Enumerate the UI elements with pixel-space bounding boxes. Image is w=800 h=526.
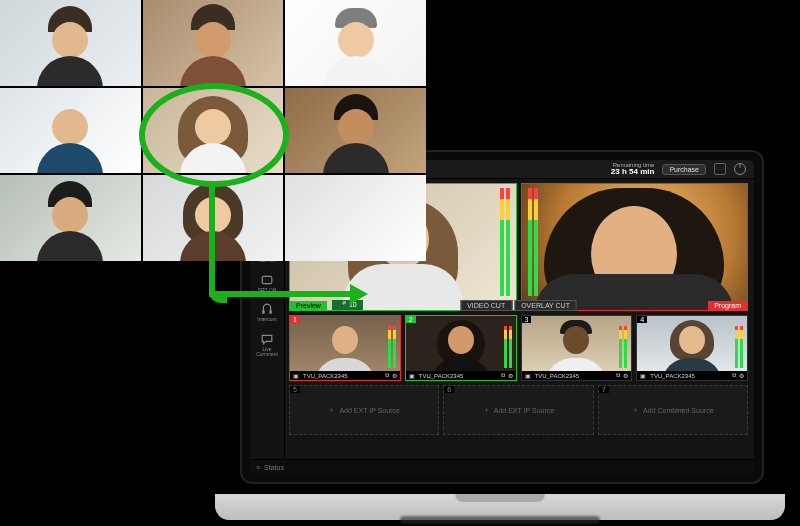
- preview-label: Preview: [290, 301, 327, 310]
- purchase-button[interactable]: Purchase: [662, 164, 706, 175]
- source-thumb[interactable]: 3▣TVU_PACK2345⧉⚙: [521, 315, 633, 381]
- callout-arrow: [209, 187, 215, 297]
- status-bar: ≡Status: [250, 459, 754, 474]
- add-combined-source-button[interactable]: 7＋Add Combined Source: [598, 385, 748, 435]
- add-ext-ip-source-button[interactable]: 6＋Add EXT IP Source: [443, 385, 593, 435]
- plus-icon: ＋: [328, 405, 335, 415]
- participant-tile-empty: [285, 175, 426, 261]
- plus-icon: ＋: [632, 405, 639, 415]
- overlay-cut-button[interactable]: OVERLAY CUT: [514, 300, 577, 311]
- source-thumb[interactable]: 1▣TVU_PACK2345⧉⚙: [289, 315, 401, 381]
- participant-tile[interactable]: [285, 88, 426, 174]
- program-label: Program: [708, 301, 747, 310]
- add-ext-ip-source-button[interactable]: 5＋Add EXT IP Source: [289, 385, 439, 435]
- power-icon[interactable]: [734, 163, 746, 175]
- vu-meter: [500, 188, 504, 296]
- vu-meter: [506, 188, 510, 296]
- remaining-time: Remaining time 23 h 54 min: [611, 162, 655, 176]
- svg-rect-3: [262, 310, 264, 314]
- pack-icon: ▣: [525, 372, 532, 379]
- pack-icon: ▣: [409, 372, 416, 379]
- participant-tile[interactable]: [0, 0, 141, 86]
- svg-rect-2: [262, 276, 272, 283]
- participant-tile-selected[interactable]: [143, 88, 284, 174]
- status-icon: ≡: [256, 464, 260, 471]
- sidebar-item-live-comment[interactable]: Live Comment: [255, 333, 279, 358]
- program-monitor[interactable]: Program: [521, 183, 749, 311]
- participant-tile[interactable]: [143, 0, 284, 86]
- popout-icon[interactable]: ⧉: [501, 372, 505, 379]
- vu-meter: [528, 188, 532, 296]
- settings-icon[interactable]: [714, 163, 726, 175]
- popout-icon[interactable]: ⧉: [616, 372, 620, 379]
- gear-icon[interactable]: ⚙: [508, 372, 513, 379]
- pack-icon: ▣: [640, 372, 647, 379]
- popout-icon[interactable]: ⧉: [732, 372, 736, 379]
- sidebar-item-intercom[interactable]: Intercom: [255, 303, 279, 323]
- gear-icon[interactable]: ⚙: [739, 372, 744, 379]
- vu-meter: [534, 188, 538, 296]
- popout-icon[interactable]: ⧉: [385, 372, 389, 379]
- gear-icon[interactable]: ⚙: [623, 372, 628, 379]
- source-thumb[interactable]: 2▣TVU_PACK2345⧉⚙: [405, 315, 517, 381]
- plus-icon: ＋: [483, 405, 490, 415]
- svg-rect-4: [269, 310, 271, 314]
- gear-icon[interactable]: ⚙: [392, 372, 397, 379]
- callout-arrow: [209, 291, 355, 297]
- video-cut-button[interactable]: VIDEO CUT: [460, 300, 512, 311]
- arrow-right-icon: [350, 284, 368, 304]
- participant-tile[interactable]: [0, 175, 141, 261]
- participant-tile[interactable]: [0, 88, 141, 174]
- participant-tile[interactable]: [285, 0, 426, 86]
- source-thumb[interactable]: 4▣TVU_PACK2345⧉⚙: [636, 315, 748, 381]
- pack-icon: ▣: [293, 372, 300, 379]
